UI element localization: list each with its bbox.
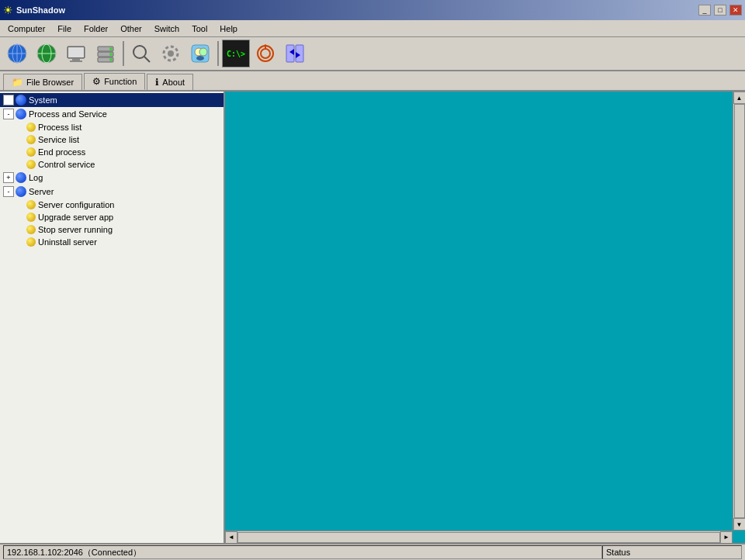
connection-text: 192.168.1.102:2046（Connected） [7,547,141,558]
tree-item-process-service[interactable]: - Process and Service [0,107,224,121]
svg-line-18 [144,57,150,62]
scroll-thumb-h[interactable] [237,532,720,543]
server-tree-icon [16,186,26,197]
app-icon: ☀ [3,4,13,16]
tree-label-service-list: Service list [38,135,79,144]
tree-item-log[interactable]: + Log [0,171,224,185]
tree-item-server[interactable]: - Server [0,185,224,199]
status-section: Status [602,545,742,559]
tree-item-process-list[interactable]: Process list [0,121,224,133]
folder-icon: 📁 [12,77,23,88]
scroll-up-arrow[interactable]: ▲ [733,92,746,104]
scroll-right-arrow[interactable]: ► [720,531,733,544]
tree-label-end-process: End process [38,147,85,157]
scroll-down-arrow[interactable]: ▼ [733,518,746,531]
svg-point-26 [261,49,270,58]
status-bar: 192.168.1.102:2046（Connected） Status [0,543,745,560]
tab-function-label: Function [104,77,137,86]
svg-rect-10 [70,60,82,62]
close-button[interactable]: ✕ [729,5,742,16]
settings-button[interactable] [157,40,185,67]
menu-folder[interactable]: Folder [78,22,114,35]
service-list-icon [26,135,36,144]
finder-button[interactable] [186,40,214,67]
toolbar: C:\> [0,37,745,71]
terminal-button[interactable]: C:\> [222,40,250,67]
menu-switch[interactable]: Switch [148,22,185,35]
tree-label-server: Server [29,187,54,196]
svg-rect-8 [68,47,84,57]
connection-status: 192.168.1.102:2046（Connected） [3,545,602,559]
refresh-button[interactable] [251,40,279,67]
main-content: + System - Process and Service Process l… [0,92,745,543]
svg-point-24 [196,56,204,60]
uninstall-server-icon [26,237,36,247]
tree-label-uninstall-server: Uninstall server [38,237,97,247]
transfer-button[interactable] [281,40,309,67]
svg-rect-9 [72,58,80,60]
tree-item-server-config[interactable]: Server configuration [0,199,224,211]
upgrade-server-icon [26,213,36,222]
server-config-icon [26,200,36,209]
tab-bar: 📁 File Browser ⚙ Function ℹ About [0,71,745,92]
search-button[interactable] [127,40,155,67]
svg-point-15 [109,53,113,56]
tree-item-stop-server[interactable]: Stop server running [0,223,224,236]
gear-icon: ⚙ [92,76,101,87]
server-button[interactable] [92,40,120,67]
toggle-log[interactable]: + [3,172,14,183]
tree-item-service-list[interactable]: Service list [0,133,224,146]
toggle-server[interactable]: - [3,186,14,197]
process-service-icon [16,109,26,119]
window-title: SunShadow [16,5,695,15]
tree-item-end-process[interactable]: End process [0,146,224,158]
tree-panel: + System - Process and Service Process l… [0,92,225,543]
svg-point-23 [199,48,207,56]
menu-bar: Computer File Folder Other Switch Tool H… [0,20,745,37]
menu-other[interactable]: Other [114,22,148,35]
vertical-scrollbar[interactable]: ▲ ▼ [733,92,745,531]
toggle-process-service[interactable]: - [3,109,14,119]
minimize-button[interactable]: _ [698,5,711,16]
tab-file-browser-label: File Browser [26,78,74,87]
tab-about[interactable]: ℹ About [147,74,193,90]
scroll-thumb-v[interactable] [734,104,745,518]
tree-label-control-service: Control service [38,160,95,169]
svg-point-14 [109,47,113,50]
info-icon: ℹ [155,77,159,88]
control-service-icon [26,160,36,169]
tree-label-upgrade-server: Upgrade server app [38,213,113,222]
menu-file[interactable]: File [51,22,78,35]
log-icon [16,172,26,183]
globe-button[interactable] [3,40,31,67]
menu-tool[interactable]: Tool [185,22,213,35]
scroll-left-arrow[interactable]: ◄ [225,531,237,544]
system-icon [16,95,26,105]
status-label: Status [606,548,630,557]
horizontal-scrollbar[interactable]: ◄ ► [225,531,733,543]
tree-label-server-config: Server configuration [38,200,114,209]
network-button[interactable] [33,40,61,67]
tree-item-control-service[interactable]: Control service [0,158,224,171]
menu-help[interactable]: Help [213,22,244,35]
menu-computer[interactable]: Computer [2,22,51,35]
tree-label-log: Log [29,173,43,182]
tree-item-uninstall-server[interactable]: Uninstall server [0,236,224,248]
svg-point-17 [133,46,146,58]
toggle-system[interactable]: + [3,95,14,105]
maximize-button[interactable]: □ [714,5,726,16]
process-list-icon [26,123,36,132]
toolbar-sep-2 [217,41,219,66]
tree-label-process-list: Process list [38,123,81,132]
tree-item-system[interactable]: + System [0,93,224,107]
tab-file-browser[interactable]: 📁 File Browser [3,74,82,90]
tree-label-system: System [29,95,57,105]
tree-label-stop-server: Stop server running [38,225,113,234]
tab-about-label: About [162,78,185,87]
right-panel: ▲ ▼ ◄ ► [225,92,745,543]
title-bar: ☀ SunShadow _ □ ✕ [0,0,745,20]
stop-server-icon [26,225,36,234]
computer-button[interactable] [62,40,90,67]
tab-function[interactable]: ⚙ Function [84,73,145,90]
tree-item-upgrade-server[interactable]: Upgrade server app [0,211,224,223]
